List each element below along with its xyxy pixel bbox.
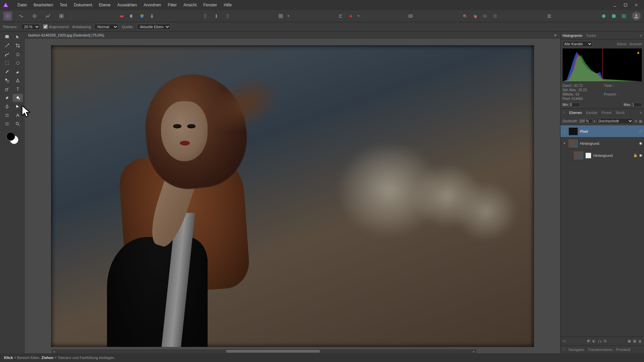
lock-icon[interactable]: 🔒 <box>633 154 637 157</box>
antialias-label[interactable]: Antialiasing <box>72 25 91 29</box>
window-maximize[interactable] <box>621 2 631 8</box>
menu-view[interactable]: Ansicht <box>180 1 200 9</box>
contiguous-checkbox[interactable]: Angrenzend <box>43 24 69 29</box>
shape-tool[interactable] <box>2 111 12 119</box>
zoom-tool[interactable] <box>13 120 23 128</box>
scrollbar-thumb[interactable] <box>226 350 320 353</box>
auto-levels-icon[interactable] <box>118 13 125 19</box>
layer-expand-icon[interactable]: ▪ <box>562 129 567 133</box>
layer-row[interactable]: Hintergrund 🔒 <box>560 149 644 162</box>
pen-tool[interactable] <box>2 103 12 111</box>
group-layer-icon[interactable]: ▣ <box>628 339 631 343</box>
canvas-image[interactable] <box>51 45 534 347</box>
tab-brush[interactable]: Pinsel <box>601 111 611 115</box>
mask-layer-icon[interactable]: ◩ <box>587 339 590 343</box>
auto-contrast-icon[interactable] <box>128 13 135 19</box>
force-pixel-align-icon[interactable] <box>347 13 354 19</box>
tab-history[interactable]: Protokoll <box>616 348 630 352</box>
fx-layer-icon[interactable]: ƒx <box>598 339 602 343</box>
window-minimize[interactable] <box>610 2 620 8</box>
menu-window[interactable]: Fenster <box>200 1 220 9</box>
tab-navigator[interactable]: Navigator <box>569 348 584 352</box>
tone-map-persona[interactable] <box>44 12 52 20</box>
export-persona[interactable] <box>57 12 66 20</box>
show-margins-icon[interactable] <box>223 13 230 19</box>
show-guides-icon[interactable] <box>213 13 220 19</box>
arrange-icon[interactable] <box>482 13 488 19</box>
placeholder-tool[interactable] <box>13 59 23 67</box>
color-picker-tool[interactable] <box>2 42 12 50</box>
menu-arrange[interactable]: Anordnen <box>140 1 164 9</box>
blend-mode-select[interactable]: Normal <box>94 24 118 30</box>
panel-menu-icon[interactable]: ≡ <box>640 34 642 38</box>
delete-layer-icon[interactable]: 🗑 <box>638 339 642 343</box>
text-frame-tool[interactable] <box>13 85 23 93</box>
source-select[interactable]: Aktuelle Ebene <box>137 24 170 30</box>
layer-visibility-toggle[interactable] <box>639 142 642 145</box>
layer-visibility-toggle[interactable] <box>639 130 642 133</box>
hist-max-input[interactable] <box>632 103 642 107</box>
color-swatches[interactable] <box>6 131 19 145</box>
tab-stock[interactable]: Stock <box>615 111 625 115</box>
layers-menu-icon[interactable]: ≡ <box>640 111 642 115</box>
flood-select-tool[interactable] <box>13 50 23 58</box>
foreground-color[interactable] <box>6 132 15 141</box>
photo-persona[interactable] <box>3 12 12 20</box>
menu-layer[interactable]: Ebene <box>96 1 114 9</box>
develop-persona[interactable] <box>30 12 39 20</box>
show-grid-icon[interactable] <box>203 13 210 19</box>
layer-row[interactable]: ▾ Hintergrund <box>560 137 644 149</box>
tab-color[interactable]: Farbe <box>586 34 596 38</box>
menu-document[interactable]: Dokument <box>70 1 96 9</box>
paint-brush-tool[interactable] <box>2 68 12 76</box>
add-stock-icon[interactable] <box>600 13 607 19</box>
layer-name[interactable]: Hintergrund <box>593 154 631 158</box>
assistant-icon[interactable] <box>407 13 414 19</box>
live-filter-icon[interactable]: ⧉ <box>604 339 606 343</box>
selection-brush-tool[interactable] <box>2 50 12 58</box>
tab-layers[interactable]: Ebenen <box>569 111 582 115</box>
horizontal-scrollbar[interactable]: ◂ ▸ <box>52 349 476 353</box>
menu-select[interactable]: Auswählen <box>114 1 140 9</box>
layer-extra-icon[interactable]: ▦ <box>639 119 642 123</box>
clone-tool[interactable] <box>2 76 12 84</box>
document-tab[interactable]: fashion-6146328_1920.jpg [Geändert] (75,… <box>28 33 104 37</box>
menu-help[interactable]: Hilfe <box>220 1 235 9</box>
crop-tool[interactable] <box>13 42 23 50</box>
layer-visibility-toggle[interactable] <box>639 154 642 157</box>
move-tool[interactable] <box>13 33 23 41</box>
layer-name[interactable]: Hintergrund <box>580 141 637 145</box>
mesh-warp-tool[interactable] <box>2 120 12 128</box>
arrange2-icon[interactable] <box>492 13 498 19</box>
liquify-persona[interactable] <box>17 12 25 20</box>
align-icon[interactable] <box>546 13 553 19</box>
tag-layer-icon[interactable]: ▭ <box>562 339 566 343</box>
canvas-viewport[interactable] <box>25 39 560 353</box>
layer-settings-icon[interactable]: ⚙ <box>635 119 638 123</box>
account-button[interactable] <box>632 12 641 20</box>
opacity-input[interactable] <box>579 119 592 123</box>
layer-row[interactable]: ▪ Pixel <box>560 125 644 137</box>
close-document-icon[interactable]: ✕ <box>554 33 557 38</box>
blend-mode-layer-select[interactable]: Durchschnitt <box>597 118 633 124</box>
dodge-tool[interactable] <box>2 85 12 93</box>
snap-icon[interactable] <box>337 13 344 19</box>
tab-channels[interactable]: Kanäle <box>586 111 597 115</box>
adjust-layer-icon[interactable]: ◐ <box>592 339 596 343</box>
healing-tool[interactable] <box>2 94 12 102</box>
tab-transform[interactable]: Transformieren <box>588 348 612 352</box>
view-tool[interactable] <box>2 33 12 41</box>
grid-manager-icon[interactable] <box>277 13 284 19</box>
erase-brush-tool[interactable] <box>13 68 23 76</box>
tab-histogram[interactable]: Histogramm <box>562 34 582 38</box>
panel-drag-icon[interactable]: ⠿ <box>562 347 565 352</box>
add-content-icon[interactable] <box>610 13 617 19</box>
tolerance-select[interactable]: 20 % <box>21 24 40 30</box>
move-front-icon[interactable] <box>472 13 478 19</box>
add-layer-icon[interactable]: ▦ <box>633 339 636 343</box>
add-asset-icon[interactable] <box>621 13 627 19</box>
hist-layer-mode[interactable]: Ebene <box>617 42 627 46</box>
window-close[interactable] <box>631 2 641 8</box>
flood-fill-tool[interactable] <box>13 94 23 102</box>
auto-colors-icon[interactable] <box>139 13 145 19</box>
